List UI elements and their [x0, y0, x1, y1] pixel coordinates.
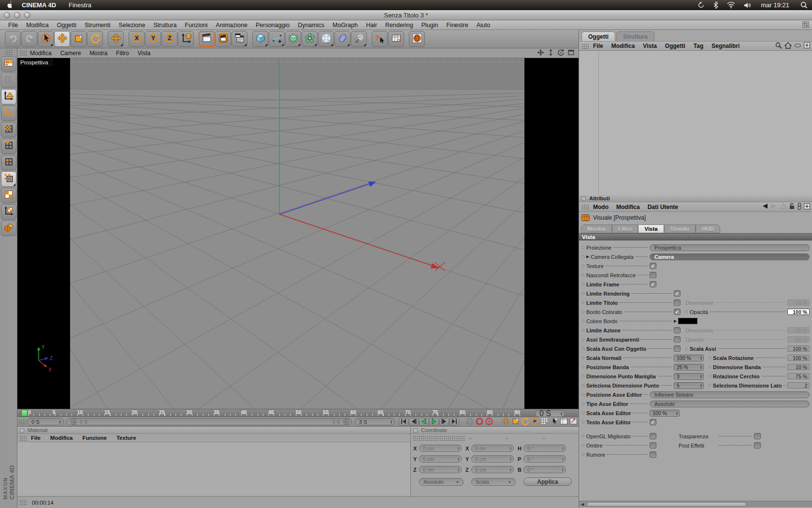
- attr-value-field[interactable]: 100 %: [787, 345, 810, 352]
- mat-menu-modifica[interactable]: Modifica: [50, 435, 73, 441]
- attributes-object-row[interactable]: Visuale [Prospettiva]: [579, 212, 812, 223]
- scale-z-field[interactable]: 0 cm▲▼: [471, 466, 514, 473]
- vp-menu-mostra[interactable]: Mostra: [89, 50, 107, 57]
- key-scale-button[interactable]: [511, 418, 520, 426]
- history-icon[interactable]: [797, 203, 802, 211]
- attr-value-field[interactable]: 75 %: [787, 373, 810, 379]
- om-menu-segnalibri[interactable]: Segnalibri: [711, 43, 740, 49]
- vp-menu-vista[interactable]: Vista: [138, 50, 150, 57]
- goto-start-button[interactable]: [399, 418, 408, 426]
- next-frame-button[interactable]: [439, 418, 449, 426]
- environment-button[interactable]: [334, 31, 350, 47]
- mat-menu-funzione[interactable]: Funzione: [82, 435, 106, 441]
- object-axis-button[interactable]: [1, 105, 16, 121]
- attr-checkbox[interactable]: ✓: [650, 281, 656, 287]
- live-selection-button[interactable]: [38, 31, 54, 47]
- mac-app-name[interactable]: CINEMA 4D: [22, 1, 56, 9]
- menu-mograph[interactable]: MoGraph: [333, 22, 358, 29]
- attr-checkbox[interactable]: [674, 345, 681, 352]
- menu-personaggio[interactable]: Personaggio: [256, 22, 290, 29]
- attr-spinner[interactable]: 25 %▲▼: [674, 364, 704, 371]
- stepper-icon[interactable]: ▲▼: [676, 411, 678, 415]
- vp-menu-modifica[interactable]: Modifica: [30, 50, 52, 57]
- attr-menu-modifica[interactable]: Modifica: [616, 204, 640, 210]
- path-icon[interactable]: [794, 43, 801, 49]
- dolly-view-icon[interactable]: [547, 49, 554, 58]
- coord-mode-dropdown[interactable]: Assoluto▼: [419, 478, 464, 486]
- attr-menu-dati-utente[interactable]: Dati Utente: [648, 204, 678, 210]
- rail-grip[interactable]: [5, 50, 13, 55]
- key-selection-button[interactable]: [550, 418, 558, 426]
- attr-checkbox[interactable]: [650, 451, 656, 458]
- attr-checkbox[interactable]: [650, 442, 656, 448]
- preview-range-slider[interactable]: ◀ 0 S 3 S ▶: [66, 418, 352, 425]
- menu-file[interactable]: File: [8, 22, 18, 29]
- key-parameter-button[interactable]: P: [530, 418, 539, 426]
- om-menu-oggetti[interactable]: Oggetti: [665, 43, 685, 49]
- menu-aiuto[interactable]: Aiuto: [477, 22, 491, 29]
- attr-spinner[interactable]: 3▲▼: [674, 373, 704, 380]
- attr-value-field[interactable]: 100 %: [787, 309, 810, 315]
- viewport-render-area[interactable]: [70, 58, 524, 409]
- lock-y-button[interactable]: Y: [145, 31, 161, 47]
- convert-button[interactable]: [1, 73, 16, 88]
- menu-dynamics[interactable]: Dynamics: [298, 22, 324, 29]
- coord-scale-dropdown[interactable]: Scala▼: [471, 478, 516, 486]
- points-mode-button[interactable]: [1, 122, 16, 137]
- coordinates-grip[interactable]: [413, 435, 464, 441]
- keyframe-disabled-button[interactable]: [465, 418, 474, 426]
- om-grip[interactable]: [581, 44, 589, 49]
- attr-checkbox[interactable]: ✓: [650, 263, 656, 269]
- scale-tool-button[interactable]: [71, 31, 87, 47]
- mac-clock[interactable]: mar 19:21: [761, 1, 789, 9]
- autokey-record-button[interactable]: [475, 418, 484, 426]
- texture-axis-button[interactable]: [1, 204, 16, 220]
- redo-button[interactable]: [21, 31, 37, 47]
- up-icon[interactable]: [780, 203, 787, 210]
- menu-selezione[interactable]: Selezione: [119, 22, 145, 29]
- pos-y-field[interactable]: 0 cm▲▼: [419, 455, 462, 463]
- ruler-frame-spinner[interactable]: 0 S ▲▼: [535, 410, 565, 417]
- apple-icon[interactable]: [7, 1, 13, 10]
- expander-icon[interactable]: ▶: [674, 319, 677, 323]
- stepper-icon[interactable]: ▲▼: [700, 365, 702, 369]
- menu-finestre[interactable]: Finestre: [446, 22, 468, 29]
- attr-checkbox[interactable]: [650, 433, 656, 439]
- materials-grip[interactable]: [19, 435, 27, 441]
- range-end-cap[interactable]: ▶: [343, 418, 349, 425]
- end-frame-spinner[interactable]: 3 S ▲▼: [355, 418, 395, 425]
- viewport-menu-grip[interactable]: [19, 50, 27, 56]
- materials-list-area[interactable]: [17, 442, 410, 495]
- attr-grip[interactable]: [581, 204, 589, 209]
- attr-spinner[interactable]: 100 %▲▼: [674, 355, 704, 361]
- viewport-camera-label[interactable]: Prospettiva: [18, 59, 53, 66]
- timeline-ruler[interactable]: 051015202530354045505560657075808590 0 S…: [17, 409, 579, 417]
- xpresso-button[interactable]: ?: [388, 31, 404, 47]
- expander-icon[interactable]: ▶: [586, 254, 589, 259]
- attr-menu-modo[interactable]: Modo: [593, 204, 609, 210]
- lock-z-button[interactable]: Z: [161, 31, 177, 47]
- move-tool-button[interactable]: [54, 31, 70, 47]
- make-editable-button[interactable]: [1, 89, 16, 105]
- render-view-button[interactable]: [199, 31, 215, 47]
- stepper-icon[interactable]: ▲▼: [700, 374, 702, 378]
- attr-checkbox[interactable]: ✓: [674, 290, 681, 297]
- goto-end-button[interactable]: [450, 418, 459, 426]
- status-grip[interactable]: [19, 500, 27, 505]
- coordinates-dock-checkbox[interactable]: [413, 428, 418, 433]
- autokey-help-button[interactable]: ?: [485, 418, 493, 426]
- menu-funzioni[interactable]: Funzioni: [185, 22, 207, 29]
- scroll-left-icon[interactable]: ◀: [579, 502, 586, 507]
- primitive-cube-button[interactable]: [252, 31, 268, 47]
- attr-checkbox[interactable]: [674, 299, 681, 306]
- attr-dropdown[interactable]: Inferiore Sinistro: [650, 391, 810, 398]
- attr-checkbox[interactable]: ✓: [674, 309, 681, 315]
- hypernurbs-button[interactable]: [285, 31, 301, 47]
- attr-checkbox[interactable]: ✓: [650, 419, 656, 425]
- rot-b-field[interactable]: 0 °▲▼: [523, 466, 566, 473]
- om-menu-file[interactable]: File: [593, 43, 603, 49]
- vp-menu-filtro[interactable]: Filtro: [116, 50, 129, 57]
- help-button[interactable]: ?: [372, 31, 388, 47]
- array-button[interactable]: [302, 31, 318, 47]
- menu-modifica[interactable]: Modifica: [26, 22, 49, 29]
